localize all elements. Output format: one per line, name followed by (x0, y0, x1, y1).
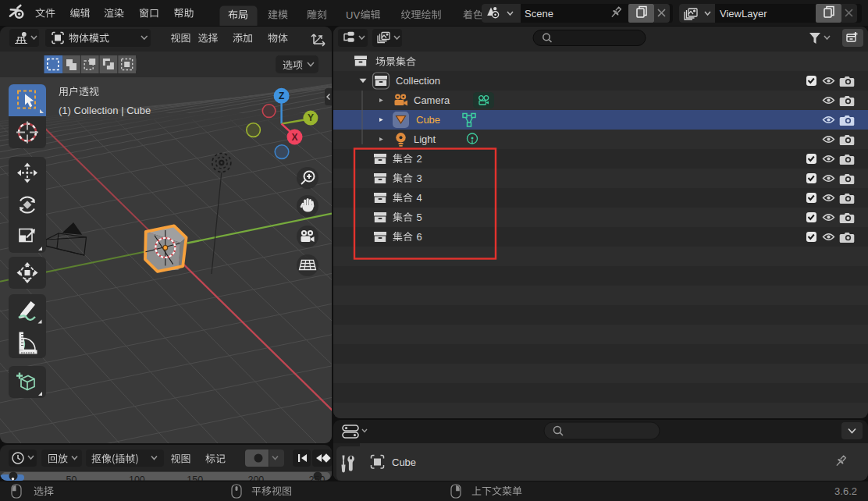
svg-text:Z: Z (279, 91, 284, 101)
svg-text:Scene: Scene (525, 8, 553, 20)
svg-text:6: 6 (417, 231, 422, 243)
svg-text:Collection: Collection (396, 75, 440, 87)
svg-text:3.6.2: 3.6.2 (834, 485, 857, 497)
svg-text:3: 3 (417, 172, 422, 184)
svg-text:Cube: Cube (392, 457, 416, 468)
svg-text:5: 5 (417, 211, 422, 223)
svg-text:Y: Y (308, 112, 314, 123)
svg-text:2: 2 (417, 153, 422, 165)
svg-text:(1) Collection | Cube: (1) Collection | Cube (59, 105, 151, 116)
svg-text:X: X (291, 132, 297, 143)
svg-text:4: 4 (417, 192, 422, 204)
svg-text:Cube: Cube (416, 114, 440, 126)
svg-text:UV: UV (346, 9, 360, 21)
svg-text:ViewLayer: ViewLayer (720, 8, 767, 20)
svg-text:Camera: Camera (414, 94, 450, 106)
svg-text:Light: Light (414, 133, 436, 145)
